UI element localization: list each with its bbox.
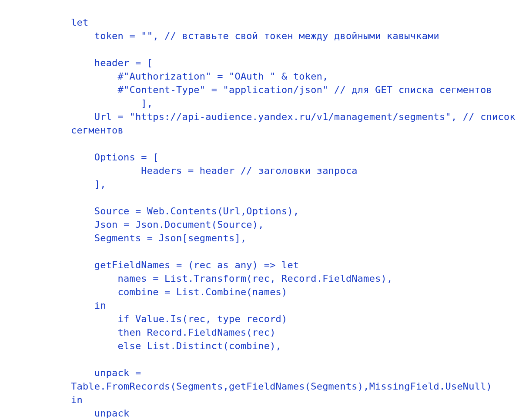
code-snippet: let token = "", // вставьте свой токен м… <box>71 16 522 420</box>
